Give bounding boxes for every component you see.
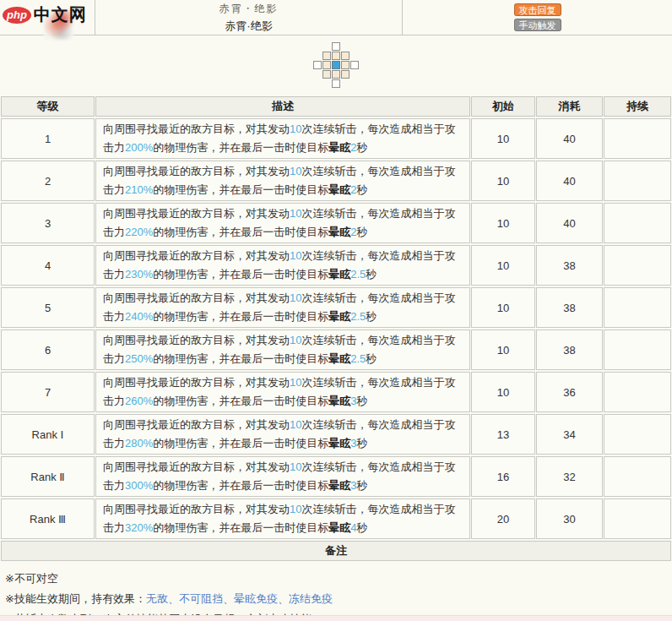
text-segment: 向周围寻找最近的敌方目标，对其发动 xyxy=(103,418,290,431)
table-row: 3向周围寻找最近的敌方目标，对其发动10次连续斩击，每次造成相当于攻击力220%… xyxy=(1,203,671,243)
text-segment: 的物理伤害，并在最后一击时使目标 xyxy=(153,226,328,238)
note-line: ※不可对空 xyxy=(5,569,667,589)
status-keyword: 晕眩 xyxy=(328,226,350,238)
level-cell: 7 xyxy=(1,372,95,412)
skill-value: 260% xyxy=(125,395,153,407)
sp-cost-cell: 30 xyxy=(536,498,603,539)
text-segment: 秒 xyxy=(366,310,377,323)
sp-cost-cell: 40 xyxy=(536,118,603,159)
description-cell: 向周围寻找最近的敌方目标，对其发动10次连续斩击，每次造成相当于攻击力260%的… xyxy=(95,372,470,412)
skill-value: 2.5 xyxy=(350,268,366,281)
text-segment: 秒 xyxy=(356,226,367,238)
effect-link[interactable]: 无敌 xyxy=(146,592,168,605)
text-segment: 向周围寻找最近的敌方目标，对其发动 xyxy=(103,165,290,177)
text-segment: 向周围寻找最近的敌方目标，对其发动 xyxy=(103,249,290,262)
range-tile-range-tip xyxy=(313,61,322,69)
skill-value: 10 xyxy=(290,503,301,515)
footer-strip xyxy=(0,615,672,621)
sp-cost-cell: 38 xyxy=(536,287,603,328)
description-cell: 向周围寻找最近的敌方目标，对其发动10次连续斩击，每次造成相当于攻击力250%的… xyxy=(95,330,470,370)
effect-link[interactable]: 晕眩免疫 xyxy=(234,592,278,605)
duration-cell xyxy=(604,161,671,201)
notes-section: ※不可对空※技能生效期间，持有效果：无敌、不可阻挡、晕眩免疫、冻结免疫※若斩击次… xyxy=(0,563,672,621)
text-segment: 秒 xyxy=(356,479,367,492)
skill-value: 220% xyxy=(125,226,153,238)
description-cell: 向周围寻找最近的敌方目标，对其发动10次连续斩击，每次造成相当于攻击力300%的… xyxy=(95,456,470,497)
sp-cost-cell: 34 xyxy=(536,414,603,455)
text-segment: 、 xyxy=(223,592,234,605)
initial-sp-cell: 10 xyxy=(471,203,535,243)
range-tile-range-near xyxy=(341,70,350,79)
sp-cost-cell: 32 xyxy=(536,456,603,497)
description-cell: 向周围寻找最近的敌方目标，对其发动10次连续斩击，每次造成相当于攻击力280%的… xyxy=(95,414,470,455)
duration-cell xyxy=(604,245,671,286)
status-keyword: 晕眩 xyxy=(328,141,350,154)
duration-cell xyxy=(604,203,671,243)
table-row: Rank Ⅰ向周围寻找最近的敌方目标，对其发动10次连续斩击，每次造成相当于攻击… xyxy=(1,414,671,455)
status-keyword: 晕眩 xyxy=(328,521,350,534)
sp-cost-cell: 40 xyxy=(536,161,603,201)
text-segment: 的物理伤害，并在最后一击时使目标 xyxy=(153,310,328,323)
text-segment: 向周围寻找最近的敌方目标，对其发动 xyxy=(103,123,290,135)
range-tile-operator-center xyxy=(332,61,340,69)
text-segment: 向周围寻找最近的敌方目标，对其发动 xyxy=(103,207,290,220)
text-segment: 秒 xyxy=(356,437,367,449)
text-segment: 向周围寻找最近的敌方目标，对其发动 xyxy=(103,376,290,389)
duration-cell xyxy=(604,456,671,497)
text-segment: 的物理伤害，并在最后一击时使目标 xyxy=(153,268,328,281)
level-cell: 1 xyxy=(1,118,95,159)
description-cell: 向周围寻找最近的敌方目标，对其发动10次连续斩击，每次造成相当于攻击力220%的… xyxy=(95,203,470,243)
text-segment: 的物理伤害，并在最后一击时使目标 xyxy=(153,395,328,407)
skill-badge-trigger-type[interactable]: 手动触发 xyxy=(514,19,561,31)
initial-sp-cell: 10 xyxy=(471,372,535,412)
status-keyword: 晕眩 xyxy=(328,310,350,323)
table-row: 1向周围寻找最近的敌方目标，对其发动10次连续斩击，每次造成相当于攻击力200%… xyxy=(1,118,671,159)
text-segment: ※技能生效期间，持有效果： xyxy=(5,592,146,605)
text-segment: 、 xyxy=(278,592,289,605)
skill-value: 10 xyxy=(290,207,301,220)
table-row: 6向周围寻找最近的敌方目标，对其发动10次连续斩击，每次造成相当于攻击力250%… xyxy=(1,330,671,370)
site-logo[interactable]: php 中文网 xyxy=(3,3,87,26)
text-segment: 秒 xyxy=(356,183,367,196)
text-segment: 、 xyxy=(168,592,179,605)
level-cell: Rank Ⅲ xyxy=(1,498,95,539)
column-header: 等级 xyxy=(1,96,95,117)
skill-value: 2.5 xyxy=(350,310,366,323)
text-segment: 秒 xyxy=(366,352,377,365)
text-segment: 向周围寻找最近的敌方目标，对其发动 xyxy=(103,334,290,346)
status-keyword: 晕眩 xyxy=(328,479,350,492)
skill-value: 320% xyxy=(125,521,153,534)
text-segment: 的物理伤害，并在最后一击时使目标 xyxy=(153,141,328,154)
php-logo-icon: php xyxy=(3,7,31,24)
status-keyword: 晕眩 xyxy=(328,395,350,407)
text-segment: 的物理伤害，并在最后一击时使目标 xyxy=(153,521,328,534)
skill-value: 10 xyxy=(290,460,301,473)
skill-value: 280% xyxy=(125,437,153,449)
sp-cost-cell: 40 xyxy=(536,203,603,243)
status-keyword: 晕眩 xyxy=(328,437,350,449)
range-tile-range-near xyxy=(341,52,350,60)
skill-header-row: 赤霄・绝影 赤霄·绝影 攻击回复手动触发 xyxy=(0,0,672,35)
status-keyword: 晕眩 xyxy=(328,352,350,365)
skill-table: 等级描述初始消耗持续 1向周围寻找最近的敌方目标，对其发动10次连续斩击，每次造… xyxy=(0,95,672,563)
skill-value: 10 xyxy=(290,123,301,135)
level-cell: 3 xyxy=(1,203,95,243)
level-cell: Rank Ⅰ xyxy=(1,414,95,455)
sp-cost-cell: 38 xyxy=(536,330,603,370)
sp-cost-cell: 38 xyxy=(536,245,603,286)
table-row: Rank Ⅱ向周围寻找最近的敌方目标，对其发动10次连续斩击，每次造成相当于攻击… xyxy=(1,456,671,497)
skill-badge-sp-charge-type[interactable]: 攻击回复 xyxy=(514,3,561,16)
effect-link[interactable]: 不可阻挡 xyxy=(179,592,223,605)
skill-value: 210% xyxy=(125,183,153,196)
skill-value: 230% xyxy=(125,268,153,281)
description-cell: 向周围寻找最近的敌方目标，对其发动10次连续斩击，每次造成相当于攻击力240%的… xyxy=(95,287,470,328)
duration-cell xyxy=(604,414,671,455)
description-cell: 向周围寻找最近的敌方目标，对其发动10次连续斩击，每次造成相当于攻击力200%的… xyxy=(95,118,470,159)
skill-name-secondary: 赤霄·绝影 xyxy=(225,19,272,34)
effect-link[interactable]: 冻结免疫 xyxy=(289,592,333,605)
duration-cell xyxy=(604,118,671,159)
text-segment: 向周围寻找最近的敌方目标，对其发动 xyxy=(103,460,290,473)
duration-cell xyxy=(604,287,671,328)
range-tile-range-near xyxy=(341,61,350,69)
skill-value: 2.5 xyxy=(350,352,366,365)
